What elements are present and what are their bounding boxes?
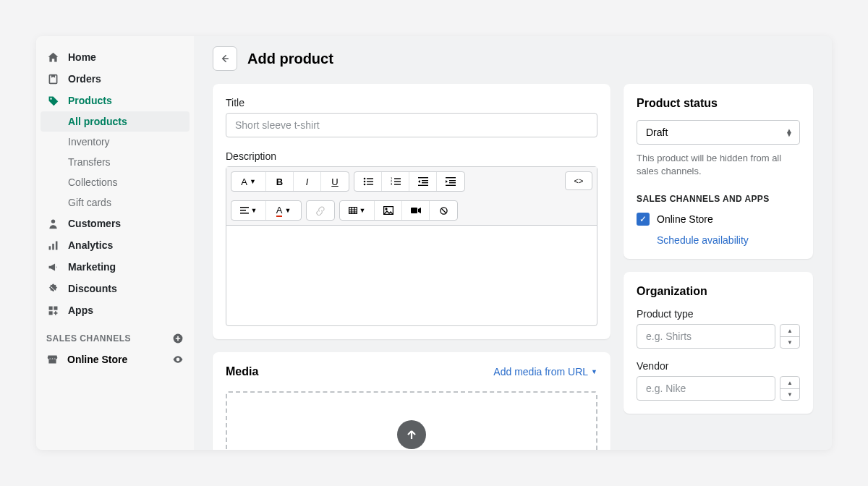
sub-collections[interactable]: Collections [36, 172, 194, 192]
home-icon [46, 51, 59, 64]
svg-rect-21 [418, 177, 428, 178]
svg-rect-24 [418, 185, 428, 186]
nav-customers-label: Customers [68, 218, 121, 229]
media-link-label: Add media from URL [493, 366, 588, 378]
media-dropzone[interactable] [226, 391, 597, 450]
nav-marketing-label: Marketing [68, 261, 116, 273]
back-button[interactable] [213, 46, 237, 71]
nav-apps-label: Apps [68, 304, 93, 316]
organization-title: Organization [637, 285, 800, 298]
svg-rect-12 [367, 181, 373, 182]
channel-online-store[interactable]: Online Store [36, 349, 194, 370]
product-type-input[interactable] [637, 324, 775, 349]
apps-icon [46, 304, 59, 317]
svg-point-9 [363, 178, 365, 180]
svg-rect-27 [449, 182, 456, 183]
tag-icon [46, 94, 59, 107]
svg-rect-26 [449, 180, 456, 181]
nav-marketing[interactable]: Marketing [36, 256, 194, 278]
app-shell: Home Orders Products All products Invent… [36, 36, 832, 450]
eye-icon[interactable] [172, 354, 184, 365]
customers-icon [46, 217, 59, 230]
checkbox-checked-icon: ✓ [637, 213, 650, 226]
media-title: Media [226, 365, 258, 378]
content-columns: Title Description A▼ B I U [213, 84, 813, 450]
svg-rect-23 [422, 182, 428, 183]
main-content: Add product Title Description A▼ B I U [194, 36, 832, 450]
vendor-label: Vendor [637, 360, 800, 372]
nav-discounts[interactable]: Discounts [36, 278, 194, 299]
arrow-left-icon [219, 53, 231, 64]
nav-apps[interactable]: Apps [36, 299, 194, 321]
bullet-list-button[interactable] [354, 172, 382, 191]
sub-transfers[interactable]: Transfers [36, 152, 194, 172]
editor-textarea[interactable] [226, 226, 597, 325]
text-color-button[interactable]: A▼ [266, 201, 301, 220]
svg-rect-17 [394, 184, 401, 184]
svg-point-1 [51, 219, 54, 223]
align-button[interactable]: ▼ [231, 201, 266, 220]
italic-button[interactable]: I [294, 172, 321, 191]
svg-point-11 [363, 181, 365, 183]
image-button[interactable] [375, 201, 402, 220]
underline-button[interactable]: U [321, 172, 349, 191]
product-type-stepper[interactable]: ▲▼ [780, 324, 800, 349]
nav-analytics[interactable]: Analytics [36, 234, 194, 256]
code-view-button[interactable]: <> [565, 171, 592, 190]
vendor-input[interactable] [637, 376, 775, 401]
indent-button[interactable] [437, 172, 464, 191]
organization-card: Organization Product type ▲▼ Vendor ▲▼ [624, 272, 813, 414]
sub-all-products[interactable]: All products [41, 111, 190, 132]
analytics-icon [46, 239, 59, 252]
nav-orders[interactable]: Orders [36, 68, 194, 90]
channel-checkbox-row[interactable]: ✓ Online Store [637, 213, 800, 226]
page-title: Add product [247, 51, 333, 67]
media-card: Media Add media from URL ▼ [213, 352, 610, 450]
upload-icon [397, 420, 426, 449]
left-column: Title Description A▼ B I U [213, 84, 610, 450]
font-style-button[interactable]: A▼ [231, 172, 266, 191]
product-type-label: Product type [637, 308, 800, 320]
svg-rect-32 [349, 208, 357, 214]
svg-rect-15 [394, 178, 401, 179]
svg-rect-7 [48, 311, 52, 315]
description-label: Description [226, 150, 597, 162]
title-input[interactable] [226, 113, 597, 137]
channel-label: Online Store [67, 354, 127, 365]
schedule-availability-link[interactable]: Schedule availability [657, 234, 800, 246]
svg-rect-14 [367, 184, 373, 184]
product-status-card: Product status Draft ▲▼ This product wil… [624, 84, 813, 259]
add-media-url-link[interactable]: Add media from URL ▼ [493, 366, 597, 378]
vendor-stepper[interactable]: ▲▼ [780, 376, 800, 401]
link-button[interactable] [307, 201, 334, 220]
rich-text-editor: A▼ B I U 123 <> [226, 166, 597, 326]
svg-point-13 [363, 184, 365, 186]
page-header: Add product [213, 46, 813, 71]
nav-home[interactable]: Home [36, 46, 194, 68]
status-select[interactable]: Draft [637, 120, 800, 145]
nav-products[interactable]: Products [36, 90, 194, 111]
number-list-button[interactable]: 123 [382, 172, 409, 191]
orders-icon [46, 72, 59, 85]
svg-rect-35 [411, 208, 417, 213]
status-title: Product status [637, 97, 800, 110]
sub-inventory[interactable]: Inventory [36, 132, 194, 152]
nav-customers[interactable]: Customers [36, 213, 194, 234]
svg-rect-4 [55, 241, 57, 250]
sales-channels-label: SALES CHANNELS [46, 333, 131, 344]
nav-home-label: Home [68, 51, 96, 63]
bold-button[interactable]: B [266, 172, 294, 191]
svg-rect-28 [446, 185, 456, 186]
svg-rect-25 [446, 177, 456, 178]
svg-text:3: 3 [391, 182, 393, 186]
sub-gift-cards[interactable]: Gift cards [36, 192, 194, 213]
clear-format-button[interactable] [430, 201, 457, 220]
outdent-button[interactable] [409, 172, 437, 191]
table-button[interactable]: ▼ [340, 201, 375, 220]
status-hint: This product will be hidden from all sal… [637, 152, 800, 178]
add-channel-icon[interactable] [172, 333, 184, 344]
right-column: Product status Draft ▲▼ This product wil… [624, 84, 813, 414]
nav-products-label: Products [68, 95, 112, 106]
svg-rect-3 [52, 243, 54, 250]
video-button[interactable] [402, 201, 430, 220]
